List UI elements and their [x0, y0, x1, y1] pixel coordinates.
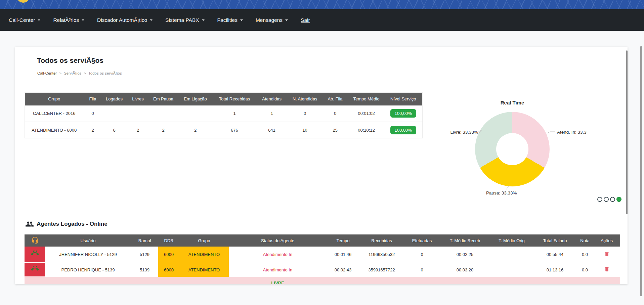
nav-item-relatorios[interactable]: RelatÃ³rios — [53, 17, 84, 23]
carousel-dot-1[interactable] — [597, 197, 602, 202]
chevron-down-icon — [150, 19, 153, 21]
delete-agent-button[interactable] — [604, 251, 610, 257]
col-em-pausa: Em Pausa — [149, 93, 177, 105]
agent-status: Atendimento In — [229, 247, 327, 263]
col-livres: Livres — [127, 93, 149, 105]
carousel-dot-2[interactable] — [604, 197, 609, 202]
top-brand-bar — [0, 0, 644, 9]
groups-table: Grupo Fila Logados Livres Em Pausa Em Li… — [25, 92, 423, 138]
label-connectors — [437, 96, 595, 195]
hangup-phone-icon — [31, 250, 39, 258]
service-level-badge: 100,00% — [390, 126, 416, 134]
col-status-agente: Status do Agente — [229, 234, 327, 247]
nav-label: Call-Center — [9, 17, 35, 23]
nav-item-call-center[interactable]: Call-Center — [9, 17, 40, 23]
chevron-down-icon — [82, 19, 84, 21]
col-tempo-medio: Tempo Médio — [349, 93, 384, 105]
agent-t-medio-orig — [490, 263, 533, 277]
agent-recebidas: 11966350532 — [359, 247, 404, 263]
table-row: CALLCENTER - 2016 0 1 1 0 0 00:01:02 100… — [25, 105, 423, 122]
agents-header-row: Usuário Ramal DDR Grupo Status do Agente… — [25, 234, 620, 247]
table-row: ATENDIMENTO - 6000 2 6 2 2 2 676 641 10 … — [25, 122, 423, 138]
agent-ramal: 5139 — [131, 263, 158, 277]
agent-state-cell — [25, 263, 45, 277]
col-nivel-servico: Nível Serviço — [384, 93, 423, 105]
hangup-phone-icon — [31, 265, 39, 273]
breadcrumb-separator: > — [59, 71, 61, 75]
col-atendidas: Atendidas — [256, 93, 288, 105]
chevron-down-icon — [285, 19, 288, 21]
headset-icon — [31, 236, 39, 244]
agent-total-falado: 01:13:16 — [533, 263, 576, 277]
agent-recebidas: 35991657722 — [359, 263, 404, 277]
col-tempo: Tempo — [327, 234, 359, 247]
slice-label-atend-in: Atend. In: 33.3 — [557, 130, 587, 135]
nav-item-facilities[interactable]: Facilities — [217, 17, 243, 23]
people-icon — [25, 220, 34, 228]
page-scrollbar[interactable] — [640, 46, 642, 296]
breadcrumb-servicos[interactable]: ServiÃ§os — [64, 71, 81, 75]
col-nota: Nota — [576, 234, 593, 247]
agent-t-medio-receb: 00:03:20 — [440, 263, 490, 277]
agent-tempo: 00:02:43 — [327, 263, 359, 277]
nav-label: Sair — [301, 17, 310, 23]
chevron-down-icon — [240, 19, 243, 21]
nav-item-mensagens[interactable]: Mensagens — [256, 17, 288, 23]
carousel-dot-4[interactable] — [616, 197, 621, 202]
nav-item-discador-automatico[interactable]: Discador AutomÃ¡tico — [97, 17, 153, 23]
col-grupo-agente: Grupo — [179, 234, 229, 247]
nav-item-sistema-pabx[interactable]: Sistema PABX — [165, 17, 205, 23]
agent-row: PEDRO HENRIQUE - 5139 5139 6000 ATENDIME… — [25, 263, 620, 277]
main-navbar: Call-Center RelatÃ³rios Discador AutomÃ¡… — [0, 9, 644, 31]
chevron-down-icon — [38, 19, 40, 21]
agents-table: Usuário Ramal DDR Grupo Status do Agente… — [25, 234, 620, 284]
agent-nota: 0.0 — [576, 247, 593, 263]
delete-agent-button[interactable] — [604, 266, 610, 272]
agent-t-medio-receb: 00:02:25 — [440, 247, 490, 263]
agent-ramal: 5129 — [131, 247, 158, 263]
agent-row-partial: LIVRE — [25, 277, 620, 284]
breadcrumb-separator: > — [84, 71, 86, 75]
col-fila: Fila — [84, 93, 102, 105]
col-em-ligacao: Em Ligação — [177, 93, 214, 105]
agent-ddr: 6000 — [158, 263, 179, 277]
col-usuario: Usuário — [45, 234, 131, 247]
breadcrumb-current: Todos os serviÃ§os — [88, 71, 122, 75]
page-title: Todos os serviÃ§os — [37, 56, 103, 64]
col-agent-state — [25, 234, 45, 247]
agent-nota: 0.0 — [576, 263, 593, 277]
agents-heading-label: Agentes Logados - Online — [37, 221, 108, 227]
agent-status-livre: LIVRE — [271, 280, 284, 285]
nav-label: Facilities — [217, 17, 238, 23]
chevron-down-icon — [202, 19, 205, 21]
col-total-recebidas: Total Recebidas — [214, 93, 256, 105]
agent-user: PEDRO HENRIQUE - 5139 — [45, 263, 131, 277]
col-recebidas: Recebidas — [359, 234, 404, 247]
col-logados: Logados — [102, 93, 127, 105]
panel-scrollbar[interactable] — [626, 50, 628, 214]
agent-grupo: ATENDIMENTO — [179, 247, 229, 263]
breadcrumb-call-center[interactable]: Call-Center — [37, 71, 57, 75]
col-total-falado: Total Falado — [533, 234, 576, 247]
agent-efetuadas: 0 — [404, 263, 440, 277]
col-n-atendidas: N. Atendidas — [288, 93, 322, 105]
col-ab-fila: Ab. Fila — [322, 93, 349, 105]
agent-grupo: ATENDIMENTO — [179, 263, 229, 277]
col-ramal: Ramal — [131, 234, 158, 247]
nav-label: Mensagens — [256, 17, 283, 23]
col-ddr: DDR — [158, 234, 179, 247]
col-grupo: Grupo — [25, 93, 84, 105]
col-acoes: Ações — [593, 234, 620, 247]
slice-label-livre: Livre: 33.33% — [446, 130, 478, 135]
nav-label: Discador AutomÃ¡tico — [97, 17, 147, 23]
agent-total-falado: 00:55:44 — [533, 247, 576, 263]
nav-item-sair[interactable]: Sair — [301, 17, 310, 23]
groups-header-row: Grupo Fila Logados Livres Em Pausa Em Li… — [25, 93, 423, 105]
agent-state-cell — [25, 247, 45, 263]
carousel-dot-3[interactable] — [610, 197, 615, 202]
agent-row: JHENNIFER NICOLLY - 5129 5129 6000 ATEND… — [25, 247, 620, 263]
agents-heading: Agentes Logados - Online — [25, 220, 108, 228]
agent-ddr: 6000 — [158, 247, 179, 263]
nav-label: RelatÃ³rios — [53, 17, 79, 23]
col-t-medio-receb: T. Médio Receb — [440, 234, 490, 247]
